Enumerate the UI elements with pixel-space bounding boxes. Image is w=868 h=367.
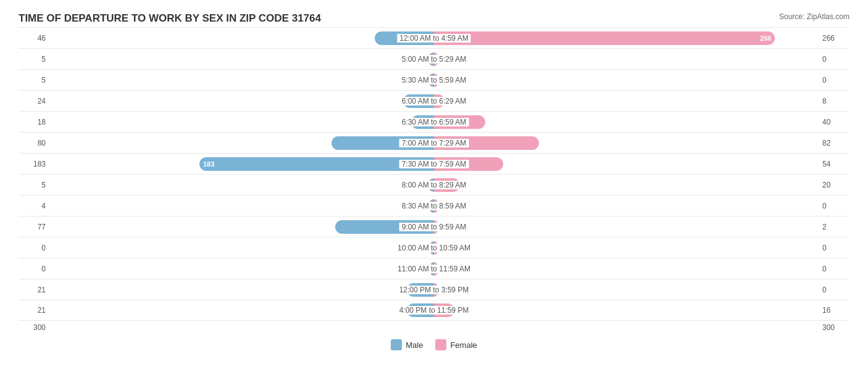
chart-title: TIME OF DEPARTURE TO WORK BY SEX IN ZIP … <box>19 12 321 25</box>
time-label: 7:30 AM to 7:59 AM <box>399 160 469 168</box>
male-bar-wrap <box>49 220 434 234</box>
female-bar-wrap <box>434 220 819 234</box>
time-label: 8:00 AM to 8:29 AM <box>399 181 469 189</box>
male-bar-wrap <box>49 241 434 255</box>
bars-container: 11:00 AM to 11:59 AM <box>49 258 819 279</box>
bars-container: 12:00 PM to 3:59 PM <box>49 279 819 300</box>
male-bar-wrap <box>49 199 434 213</box>
female-bar-wrap: 266 <box>434 31 819 45</box>
female-bar-label: 266 <box>760 35 771 42</box>
female-value: 0 <box>819 265 849 273</box>
time-label: 12:00 PM to 3:59 PM <box>397 286 472 294</box>
female-label: Female <box>450 340 477 350</box>
bars-container: 10:00 AM to 10:59 AM <box>49 237 819 258</box>
female-value: 40 <box>819 118 849 126</box>
female-bar-wrap <box>434 136 819 150</box>
time-label: 12:00 AM to 4:59 AM <box>397 34 470 43</box>
female-value: 266 <box>819 34 849 43</box>
axis-right: 300 <box>819 323 849 332</box>
time-label: 10:00 AM to 10:59 AM <box>395 244 473 252</box>
female-bar-wrap <box>434 73 819 87</box>
male-bar-wrap <box>49 178 434 192</box>
female-bar-wrap <box>434 94 819 108</box>
chart-row: 246:00 AM to 6:29 AM8 <box>19 90 849 111</box>
legend: Male Female <box>19 339 849 350</box>
female-bar-wrap <box>434 178 819 192</box>
male-value: 77 <box>19 223 49 231</box>
bars-container: 6:30 AM to 6:59 AM <box>49 112 819 132</box>
male-bar-wrap <box>49 303 434 317</box>
chart-row: 55:00 AM to 5:29 AM0 <box>19 48 849 69</box>
female-bar-wrap <box>434 157 819 171</box>
legend-female: Female <box>435 339 477 350</box>
bars-container: 5:30 AM to 5:59 AM <box>49 70 819 90</box>
male-bar-wrap <box>49 283 434 297</box>
male-value: 5 <box>19 55 49 64</box>
male-value: 5 <box>19 181 49 189</box>
source-label: Source: ZipAtlas.com <box>779 12 849 21</box>
female-value: 0 <box>819 286 849 294</box>
male-value: 21 <box>19 306 49 315</box>
male-value: 18 <box>19 118 49 126</box>
female-swatch <box>435 339 446 350</box>
male-value: 183 <box>19 160 49 168</box>
female-bar-wrap <box>434 303 819 317</box>
chart-row: 186:30 AM to 6:59 AM40 <box>19 111 849 132</box>
female-value: 0 <box>819 55 849 64</box>
female-value: 16 <box>819 306 849 315</box>
chart-row: 010:00 AM to 10:59 AM0 <box>19 237 849 258</box>
time-label: 9:00 AM to 9:59 AM <box>399 223 469 231</box>
female-bar-wrap <box>434 283 819 297</box>
male-value: 80 <box>19 139 49 147</box>
female-value: 82 <box>819 139 849 147</box>
bars-container: 5:00 AM to 5:29 AM <box>49 49 819 69</box>
bars-container: 4:00 PM to 11:59 PM <box>49 300 819 320</box>
male-label: Male <box>406 340 423 350</box>
female-bar-wrap <box>434 262 819 276</box>
chart-area: 4612:00 AM to 4:59 AM26626655:00 AM to 5… <box>19 27 849 350</box>
female-value: 2 <box>819 223 849 231</box>
chart-row: 48:30 AM to 8:59 AM0 <box>19 195 849 216</box>
female-bar-wrap <box>434 115 819 129</box>
female-bar-wrap <box>434 241 819 255</box>
chart-row: 807:00 AM to 7:29 AM82 <box>19 132 849 153</box>
male-value: 46 <box>19 34 49 43</box>
male-value: 0 <box>19 244 49 252</box>
female-bar: 266 <box>434 31 775 45</box>
bars-container: 8:00 AM to 8:29 AM <box>49 175 819 195</box>
chart-row: 214:00 PM to 11:59 PM16 <box>19 300 849 321</box>
male-swatch <box>391 339 402 350</box>
male-value: 21 <box>19 286 49 294</box>
chart-row: 4612:00 AM to 4:59 AM266266 <box>19 27 849 48</box>
bars-container: 8:30 AM to 8:59 AM <box>49 196 819 216</box>
chart-row: 779:00 AM to 9:59 AM2 <box>19 216 849 237</box>
chart-row: 011:00 AM to 11:59 AM0 <box>19 258 849 279</box>
male-value: 24 <box>19 97 49 105</box>
male-bar-wrap: 183 <box>49 157 434 171</box>
male-bar-wrap <box>49 115 434 129</box>
time-label: 5:00 AM to 5:29 AM <box>399 55 469 64</box>
male-bar-wrap <box>49 52 434 66</box>
time-label: 6:00 AM to 6:29 AM <box>399 97 469 105</box>
female-value: 54 <box>819 160 849 168</box>
male-bar-wrap <box>49 73 434 87</box>
male-bar-wrap <box>49 31 434 45</box>
axis-left: 300 <box>19 323 49 332</box>
legend-male: Male <box>391 339 423 350</box>
time-label: 11:00 AM to 11:59 AM <box>395 265 473 273</box>
male-bar-wrap <box>49 94 434 108</box>
time-label: 7:00 AM to 7:29 AM <box>399 139 469 147</box>
chart-row: 1831837:30 AM to 7:59 AM54 <box>19 153 849 174</box>
time-label: 4:00 PM to 11:59 PM <box>397 306 472 315</box>
chart-row: 55:30 AM to 5:59 AM0 <box>19 69 849 90</box>
female-value: 0 <box>819 202 849 210</box>
time-label: 8:30 AM to 8:59 AM <box>399 202 469 210</box>
bars-container: 9:00 AM to 9:59 AM <box>49 216 819 237</box>
male-value: 4 <box>19 202 49 210</box>
female-bar-wrap <box>434 52 819 66</box>
chart-row: 2112:00 PM to 3:59 PM0 <box>19 279 849 300</box>
time-label: 5:30 AM to 5:59 AM <box>399 76 469 85</box>
time-label: 6:30 AM to 6:59 AM <box>399 118 469 126</box>
female-value: 8 <box>819 97 849 105</box>
bars-container: 1837:30 AM to 7:59 AM <box>49 154 819 174</box>
